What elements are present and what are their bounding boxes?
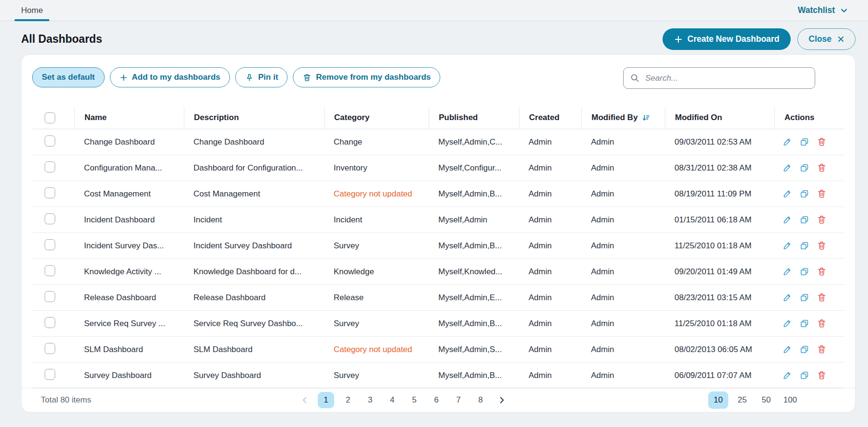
delete-icon[interactable] bbox=[817, 189, 827, 199]
watchlist-dropdown[interactable]: Watchlist bbox=[798, 5, 848, 15]
delete-icon[interactable] bbox=[817, 241, 827, 251]
copy-icon[interactable] bbox=[799, 137, 809, 147]
cell-published: Myself,Admin,C... bbox=[438, 137, 502, 146]
edit-icon[interactable] bbox=[782, 293, 792, 303]
row-checkbox[interactable] bbox=[45, 343, 55, 354]
edit-icon[interactable] bbox=[782, 241, 792, 251]
table-header: Name Description Category Published Crea… bbox=[32, 107, 844, 129]
create-new-dashboard-button[interactable]: Create New Dashboard bbox=[663, 28, 791, 50]
cell-created: Admin bbox=[529, 215, 552, 224]
row-checkbox[interactable] bbox=[45, 161, 55, 172]
column-header-name[interactable]: Name bbox=[74, 107, 184, 129]
edit-icon[interactable] bbox=[782, 370, 792, 380]
delete-icon[interactable] bbox=[817, 318, 827, 329]
cell-category: Survey bbox=[334, 371, 359, 380]
column-header-modified-on[interactable]: Modified On bbox=[665, 107, 774, 129]
page-size-button-10[interactable]: 10 bbox=[708, 391, 728, 409]
pagination: 12345678 bbox=[298, 392, 509, 408]
cell-created: Admin bbox=[529, 163, 552, 172]
copy-icon[interactable] bbox=[799, 215, 809, 225]
row-checkbox[interactable] bbox=[45, 291, 55, 302]
search-box[interactable] bbox=[623, 67, 815, 89]
page-button-1[interactable]: 1 bbox=[318, 392, 334, 408]
search-icon bbox=[630, 73, 639, 83]
page-size-selector: 102550100 bbox=[708, 391, 800, 409]
delete-icon[interactable] bbox=[817, 163, 827, 173]
row-checkbox[interactable] bbox=[45, 265, 55, 276]
copy-icon[interactable] bbox=[799, 344, 809, 354]
copy-icon[interactable] bbox=[799, 267, 809, 277]
pin-it-button[interactable]: Pin it bbox=[235, 67, 288, 87]
delete-icon[interactable] bbox=[817, 215, 827, 225]
page-button-4[interactable]: 4 bbox=[384, 392, 400, 408]
row-checkbox[interactable] bbox=[45, 135, 55, 146]
cell-created: Admin bbox=[529, 293, 552, 302]
page-button-7[interactable]: 7 bbox=[450, 392, 467, 408]
page-size-button-25[interactable]: 25 bbox=[732, 391, 752, 409]
edit-icon[interactable] bbox=[782, 318, 792, 329]
edit-icon[interactable] bbox=[782, 137, 792, 147]
row-checkbox[interactable] bbox=[45, 369, 55, 380]
add-to-my-dashboards-button[interactable]: Add to my dashboards bbox=[110, 67, 230, 87]
page-button-2[interactable]: 2 bbox=[340, 392, 356, 408]
add-to-my-dashboards-label: Add to my dashboards bbox=[132, 73, 220, 82]
tab-home[interactable]: Home bbox=[14, 0, 49, 21]
plus-icon bbox=[120, 73, 128, 82]
delete-icon[interactable] bbox=[817, 344, 827, 354]
page-button-5[interactable]: 5 bbox=[406, 392, 422, 408]
table-row: Knowledge Activity ... Knowledge Dashboa… bbox=[32, 259, 844, 285]
delete-icon[interactable] bbox=[817, 137, 827, 147]
cell-description: SLM Dashboard bbox=[193, 345, 253, 354]
table-row: Incident Survey Das... Incident Survey D… bbox=[32, 233, 844, 259]
close-button[interactable]: Close bbox=[797, 28, 856, 50]
page-title: All Dashboards bbox=[21, 33, 102, 46]
row-checkbox[interactable] bbox=[45, 317, 55, 328]
edit-icon[interactable] bbox=[782, 267, 792, 277]
cell-published: Myself,Admin,S... bbox=[438, 345, 502, 354]
column-header-modified-by[interactable]: Modified By bbox=[581, 107, 665, 129]
select-all-checkbox[interactable] bbox=[45, 112, 55, 123]
table-row: Incident Dashboard Incident Incident Mys… bbox=[32, 207, 844, 233]
edit-icon[interactable] bbox=[782, 344, 792, 354]
column-header-created[interactable]: Created bbox=[519, 107, 581, 129]
column-header-description[interactable]: Description bbox=[184, 107, 324, 129]
delete-icon[interactable] bbox=[817, 293, 827, 303]
page-button-3[interactable]: 3 bbox=[362, 392, 378, 408]
row-checkbox[interactable] bbox=[45, 213, 55, 224]
page-button-8[interactable]: 8 bbox=[472, 392, 489, 408]
row-checkbox[interactable] bbox=[45, 187, 55, 198]
cell-name: Configuration Mana... bbox=[84, 163, 162, 172]
copy-icon[interactable] bbox=[799, 163, 809, 173]
page-button-6[interactable]: 6 bbox=[428, 392, 445, 408]
cell-modified-by: Admin bbox=[591, 163, 614, 172]
delete-icon[interactable] bbox=[817, 267, 827, 277]
sort-descending-icon[interactable] bbox=[642, 114, 650, 122]
search-input[interactable] bbox=[644, 73, 808, 84]
cell-category: Category not updated bbox=[334, 189, 412, 198]
copy-icon[interactable] bbox=[799, 318, 809, 329]
table-row: SLM Dashboard SLM Dashboard Category not… bbox=[32, 337, 844, 363]
cell-created: Admin bbox=[529, 345, 552, 354]
copy-icon[interactable] bbox=[799, 370, 809, 380]
cell-category: Release bbox=[334, 293, 363, 302]
edit-icon[interactable] bbox=[782, 215, 792, 225]
remove-from-my-dashboards-button[interactable]: Remove from my dashboards bbox=[293, 67, 440, 87]
edit-icon[interactable] bbox=[782, 163, 792, 173]
copy-icon[interactable] bbox=[799, 189, 809, 199]
column-header-published[interactable]: Published bbox=[429, 107, 519, 129]
next-page-button[interactable] bbox=[494, 393, 509, 407]
set-as-default-button[interactable]: Set as default bbox=[32, 67, 105, 87]
copy-icon[interactable] bbox=[799, 293, 809, 303]
copy-icon[interactable] bbox=[799, 241, 809, 251]
previous-page-button[interactable] bbox=[298, 393, 312, 407]
column-header-category[interactable]: Category bbox=[324, 107, 429, 129]
page-size-button-100[interactable]: 100 bbox=[780, 391, 800, 409]
edit-icon[interactable] bbox=[782, 189, 792, 199]
delete-icon[interactable] bbox=[817, 370, 827, 380]
row-checkbox[interactable] bbox=[45, 239, 55, 250]
page-size-button-50[interactable]: 50 bbox=[756, 391, 776, 409]
cell-category: Incident bbox=[334, 215, 362, 224]
cell-modified-by: Admin bbox=[591, 215, 614, 224]
table-row: Cost Management Cost Management Category… bbox=[32, 181, 844, 207]
cell-created: Admin bbox=[529, 189, 552, 198]
